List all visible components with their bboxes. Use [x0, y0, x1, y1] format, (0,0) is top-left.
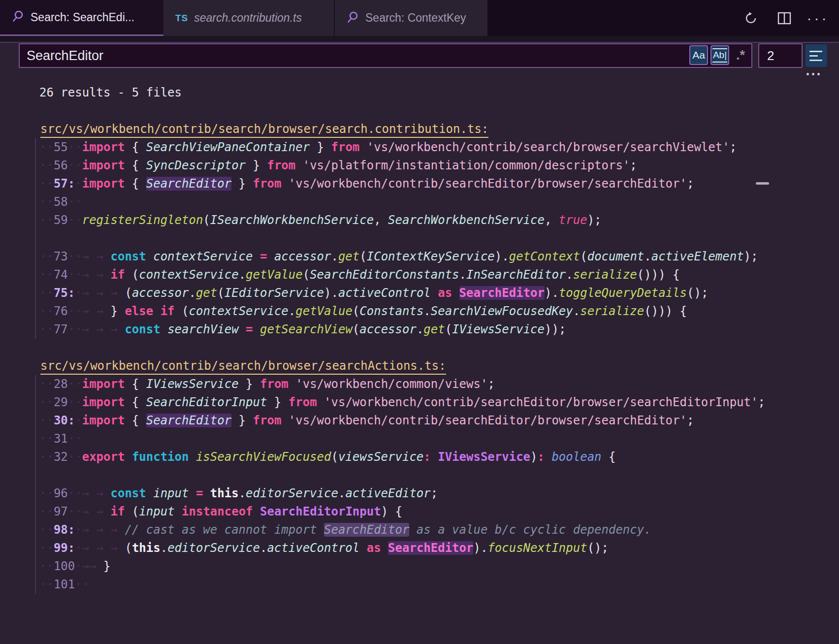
whole-word-label: Ab| [712, 48, 727, 63]
tab-search-contribution-ts[interactable]: TS search.contribution.ts [163, 0, 335, 36]
scrollbar-handle[interactable] [756, 182, 769, 185]
results-summary: 26 results - 5 files [39, 84, 839, 102]
result-line[interactable]: ··29··import { SearchEditorInput } from … [39, 393, 839, 412]
result-line[interactable]: ··32··export function isSearchViewFocuse… [39, 448, 839, 466]
result-line[interactable]: ··55··import { SearchViewPaneContainer }… [39, 138, 839, 157]
result-line[interactable]: ··99:·→ → → (this.editorService.activeCo… [39, 539, 839, 557]
result-line[interactable]: ··59··registerSingleton(ISearchWorkbench… [39, 211, 839, 229]
tab-label: Search: SearchEdi... [31, 11, 134, 24]
result-line[interactable]: ··101·· [39, 576, 839, 594]
editor-actions: ··· [743, 0, 839, 36]
result-line[interactable]: ··31·· [39, 430, 839, 448]
split-editor-icon[interactable] [777, 11, 792, 26]
more-actions-icon[interactable]: ··· [810, 11, 825, 26]
tab-label: Search: ContextKey [365, 11, 466, 25]
search-query-input[interactable] [19, 43, 752, 68]
context-lines-input[interactable] [758, 43, 803, 68]
result-line[interactable]: ··28··import { IViewsService } from 'vs/… [39, 375, 839, 393]
file-result-block: ··28··import { IViewsService } from 'vs/… [35, 375, 839, 594]
tabbar-bottom-strip [0, 36, 839, 42]
search-query-row: Aa Ab| .* [0, 43, 839, 80]
result-line[interactable]: ··76··→ → } else if (contextService.getV… [39, 302, 839, 321]
lines-icon [809, 51, 822, 52]
result-line[interactable] [39, 466, 839, 484]
tab-label: search.contribution.ts [194, 11, 302, 25]
match-case-toggle[interactable]: Aa [689, 45, 708, 65]
search-icon [347, 11, 359, 26]
toggle-search-details-button[interactable] [807, 70, 826, 78]
match-case-label: Aa [692, 49, 705, 61]
result-line[interactable]: ··57:·import { SearchEditor } from 'vs/w… [39, 175, 839, 193]
result-line[interactable]: ··97··→ → if (input instanceof SearchEdi… [39, 503, 839, 521]
toggle-context-lines-button[interactable] [806, 44, 827, 67]
result-line[interactable]: ··100·→→ } [39, 557, 839, 576]
result-line[interactable]: ··30:·import { SearchEditor } from 'vs/w… [39, 412, 839, 430]
whole-word-toggle[interactable]: Ab| [710, 45, 729, 65]
refresh-icon[interactable] [743, 11, 758, 26]
result-line[interactable]: ··75:·→ → → (accessor.get(IEditorService… [39, 284, 839, 302]
result-line[interactable] [39, 229, 839, 248]
file-heading[interactable]: src/vs/workbench/contrib/search/browser/… [40, 120, 839, 138]
search-icon [12, 10, 25, 25]
tab-search-contextkey[interactable]: Search: ContextKey [335, 0, 487, 36]
regex-toggle[interactable]: .* [732, 45, 749, 65]
file-heading[interactable]: src/vs/workbench/contrib/search/browser/… [40, 357, 839, 375]
tab-bar: Search: SearchEdi... TS search.contribut… [0, 0, 839, 36]
result-line[interactable]: ··77··→ → → const searchView = getSearch… [39, 321, 839, 339]
tab-search-searcheditor[interactable]: Search: SearchEdi... [0, 0, 163, 36]
result-line[interactable]: ··74··→ → if (contextService.getValue(Se… [39, 266, 839, 284]
results: 26 results - 5 files src/vs/workbench/co… [0, 80, 839, 644]
result-line[interactable]: ··98:·→ → → // cast as we cannot import … [39, 521, 839, 539]
regex-label: .* [736, 48, 745, 63]
result-line[interactable]: ··56··import { SyncDescriptor } from 'vs… [39, 157, 839, 175]
file-result-block: ··55··import { SearchViewPaneContainer }… [35, 138, 839, 339]
result-line[interactable]: ··96··→ → const input = this.editorServi… [39, 484, 839, 503]
result-line[interactable]: ··58·· [39, 193, 839, 211]
typescript-file-icon: TS [175, 13, 188, 24]
result-line[interactable]: ··73··→ → const contextService = accesso… [39, 248, 839, 266]
